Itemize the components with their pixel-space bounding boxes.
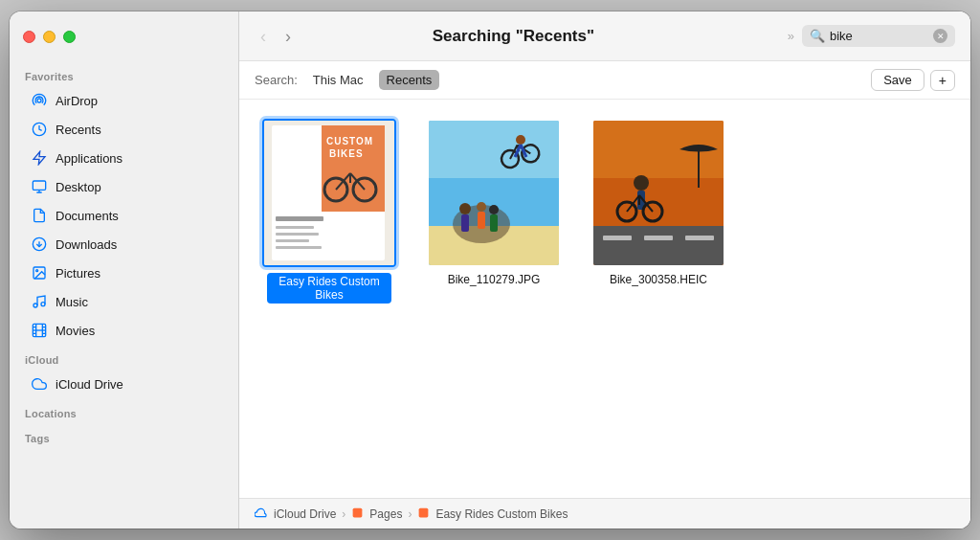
svg-rect-57 [644,236,673,240]
sidebar-item-icloud-drive[interactable]: iCloud Drive [15,371,233,397]
pages-icon-2 [417,506,430,522]
file-thumbnail: CUSTOM BIKES [262,119,396,267]
svg-rect-30 [276,233,319,236]
svg-point-39 [459,203,471,214]
applications-icon [31,149,48,167]
window-title: Searching "Recents" [247,27,780,46]
svg-rect-58 [685,236,714,240]
file-thumbnail [427,119,561,267]
sidebar-item-label-movies: Movies [56,324,95,338]
sidebar-item-recents[interactable]: Recents [15,116,233,143]
svg-point-0 [37,99,41,102]
svg-rect-31 [276,239,309,242]
status-path-file: Easy Rides Custom Bikes [435,507,568,521]
pages-icon-1 [351,506,364,522]
sidebar-item-pictures[interactable]: Pictures [15,259,233,286]
minimize-button[interactable] [43,31,56,43]
sidebar-item-label-icloud-drive: iCloud Drive [56,377,123,392]
svg-rect-67 [353,507,363,517]
svg-rect-36 [429,121,559,178]
search-input[interactable] [830,29,928,43]
favorites-section-label: Favorites [10,61,238,86]
path-separator-2: › [408,507,412,521]
sidebar: Favorites AirDrop Recents [10,11,239,529]
svg-point-11 [41,303,45,306]
svg-rect-29 [276,226,314,229]
search-icon: 🔍 [810,29,825,43]
icloud-icon [255,506,268,521]
sidebar-item-label-desktop: Desktop [56,180,101,194]
svg-rect-28 [276,216,323,221]
save-button[interactable]: Save [871,69,924,91]
music-icon [31,293,48,310]
maximize-button[interactable] [63,31,76,43]
svg-text:CUSTOM: CUSTOM [326,136,373,146]
search-clear-button[interactable]: ✕ [933,29,947,43]
svg-point-60 [634,175,649,191]
svg-marker-2 [33,151,45,164]
svg-point-10 [33,304,37,307]
svg-point-9 [36,270,38,272]
close-button[interactable] [23,31,35,43]
svg-rect-32 [276,246,322,249]
add-button[interactable]: + [930,70,955,91]
movies-icon [31,322,48,339]
sidebar-item-label-recents: Recents [56,123,101,137]
search-bar-actions: Save + [871,69,955,91]
file-grid: CUSTOM BIKES Easy Rides Custom Bikes [239,100,970,498]
sidebar-item-label-downloads: Downloads [56,237,117,252]
svg-point-43 [489,205,499,214]
sidebar-item-applications[interactable]: Applications [15,145,233,171]
sidebar-item-label-applications: Applications [56,151,122,166]
search-box: 🔍 ✕ [802,25,955,47]
toolbar: ‹ › Searching "Recents" » 🔍 ✕ [239,11,970,61]
sidebar-item-label-music: Music [56,295,88,309]
file-thumbnail [591,119,725,267]
pictures-icon [31,264,48,281]
recents-icon [31,121,48,138]
list-item[interactable]: Bike_300358.HEIC [591,119,725,286]
sidebar-item-music[interactable]: Music [15,288,233,315]
search-filter-bar: Search: This Mac Recents Save + [239,61,970,100]
file-name: Easy Rides Custom Bikes [267,273,391,304]
status-path-pages: Pages [369,507,402,521]
sidebar-item-desktop[interactable]: Desktop [15,173,233,200]
svg-rect-56 [603,236,632,240]
chevron-double-icon[interactable]: » [788,29,794,43]
svg-rect-68 [419,507,429,517]
toolbar-right: » 🔍 ✕ [788,25,955,47]
svg-rect-3 [33,181,45,190]
sidebar-item-airdrop[interactable]: AirDrop [15,87,233,114]
main-content: ‹ › Searching "Recents" » 🔍 ✕ Search: Th… [239,11,970,529]
status-path-icloud: iCloud Drive [274,507,336,521]
traffic-lights [10,11,238,61]
sidebar-item-label-documents: Documents [56,209,119,223]
icloud-section-label: iCloud [10,345,238,370]
svg-text:BIKES: BIKES [329,148,364,159]
svg-rect-55 [593,226,724,265]
list-item[interactable]: Bike_110279.JPG [427,119,561,286]
status-bar: iCloud Drive › Pages › Easy Rides Custom… [239,498,970,529]
tags-section-label: Tags [10,423,238,448]
sidebar-item-downloads[interactable]: Downloads [15,231,233,258]
sidebar-item-label-airdrop: AirDrop [56,94,98,108]
file-name: Bike_300358.HEIC [610,273,707,286]
svg-rect-42 [478,212,485,229]
airdrop-icon [31,92,48,109]
svg-point-50 [516,135,525,145]
desktop-icon [31,178,48,195]
locations-section-label: Locations [10,398,238,423]
sidebar-item-documents[interactable]: Documents [15,202,233,229]
search-option-this-mac[interactable]: This Mac [305,70,371,90]
svg-rect-40 [461,214,469,232]
sidebar-item-movies[interactable]: Movies [15,317,233,344]
documents-icon [31,207,48,224]
downloads-icon [31,236,48,253]
svg-point-41 [477,202,486,212]
file-name: Bike_110279.JPG [448,273,541,286]
path-separator-1: › [342,507,345,521]
svg-rect-44 [490,214,498,232]
list-item[interactable]: CUSTOM BIKES Easy Rides Custom Bikes [262,119,396,304]
finder-window: Favorites AirDrop Recents [10,11,970,529]
search-option-recents[interactable]: Recents [379,70,440,90]
